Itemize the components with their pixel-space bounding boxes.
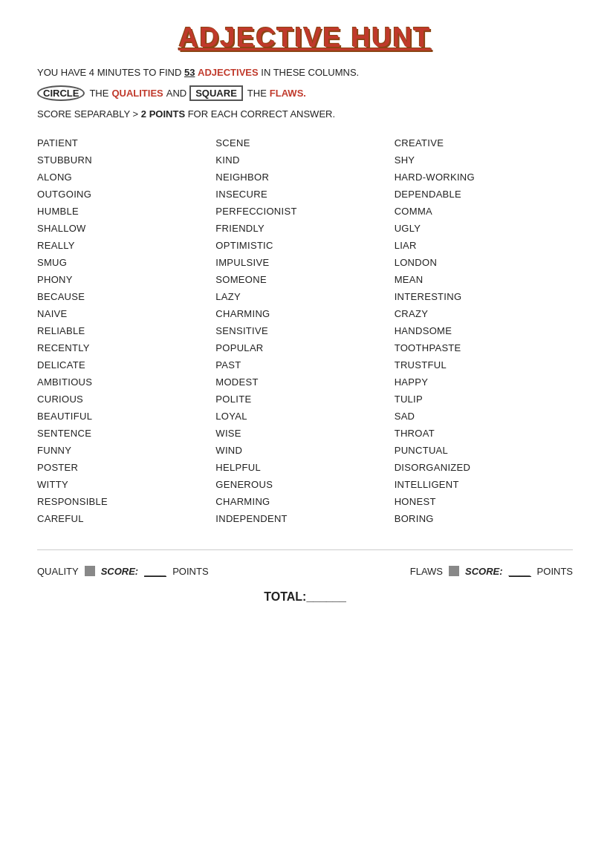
word-cell: BECAUSE: [37, 288, 215, 305]
flaws-score: FLAWS SCORE: ____ POINTS: [410, 565, 573, 577]
word-cell: CHARMING: [215, 493, 394, 510]
word-cell: CREATIVE: [395, 134, 573, 151]
word-cell: INTELLIGENT: [395, 476, 573, 493]
word-cell: SMUG: [37, 254, 215, 271]
flaws-label: FLAWS.: [270, 88, 306, 99]
word-cell: OPTIMISTIC: [215, 237, 394, 254]
and-text: AND: [166, 88, 186, 99]
word-cell: SCENE: [215, 134, 394, 151]
word-cell: FRIENDLY: [215, 220, 394, 237]
score-label-flaws: SCORE:: [465, 566, 503, 577]
word-cell: HELPFUL: [215, 459, 394, 476]
word-cell: PHONY: [37, 271, 215, 288]
circle-text: THE: [89, 88, 108, 99]
score-instruction: SCORE SEPARABLY > 2 POINTS FOR EACH CORR…: [37, 108, 573, 120]
circle-label: CIRCLE: [37, 85, 85, 101]
word-cell: RESPONSIBLE: [37, 493, 215, 510]
adjectives-label: ADJECTIVES: [198, 67, 259, 78]
word-cell: RELIABLE: [37, 322, 215, 339]
word-cell: CURIOUS: [37, 391, 215, 408]
word-cell: SHY: [395, 151, 573, 169]
word-grid: PATIENTSCENECREATIVESTUBBURNKINDSHYALONG…: [37, 134, 573, 527]
word-cell: REALLY: [37, 237, 215, 254]
word-cell: KIND: [215, 151, 394, 169]
word-cell: NAIVE: [37, 305, 215, 322]
word-cell: DELICATE: [37, 356, 215, 373]
word-cell: PAST: [215, 356, 394, 373]
word-cell: SENTENCE: [37, 425, 215, 442]
qualities-label: QUALITIES: [111, 88, 163, 99]
word-cell: POSTER: [37, 459, 215, 476]
page-title: ADJECTIVE HUNT: [37, 22, 573, 53]
word-cell: LONDON: [395, 254, 573, 271]
quality-points: POINTS: [172, 566, 208, 577]
word-cell: MEAN: [395, 271, 573, 288]
square-text: THE: [247, 88, 267, 99]
word-cell: GENEROUS: [215, 476, 394, 493]
word-cell: HAPPY: [395, 373, 573, 391]
quality-score: QUALITY SCORE: ____ POINTS: [37, 565, 209, 577]
word-cell: BEAUTIFUL: [37, 408, 215, 425]
word-cell: WISE: [215, 425, 394, 442]
quality-label: QUALITY: [37, 566, 79, 577]
word-cell: UGLY: [395, 220, 573, 237]
flaws-blank[interactable]: ____: [509, 565, 531, 577]
word-cell: FUNNY: [37, 442, 215, 459]
word-cell: NEIGHBOR: [215, 169, 394, 186]
word-cell: ALONG: [37, 169, 215, 186]
word-cell: CRAZY: [395, 305, 573, 322]
quality-score-icon: [85, 566, 95, 576]
word-cell: WITTY: [37, 476, 215, 493]
word-cell: BORING: [395, 510, 573, 527]
word-cell: TRUSTFUL: [395, 356, 573, 373]
word-cell: COMMA: [395, 203, 573, 220]
word-cell: PERFECCIONIST: [215, 203, 394, 220]
word-cell: HANDSOME: [395, 322, 573, 339]
word-cell: POPULAR: [215, 339, 394, 356]
word-cell: CAREFUL: [37, 510, 215, 527]
word-cell: INDEPENDENT: [215, 510, 394, 527]
word-cell: WIND: [215, 442, 394, 459]
word-cell: PATIENT: [37, 134, 215, 151]
word-cell: RECENTLY: [37, 339, 215, 356]
word-cell: DEPENDABLE: [395, 186, 573, 203]
word-cell: SHALLOW: [37, 220, 215, 237]
flaws-label-footer: FLAWS: [410, 566, 443, 577]
points-label: 2 POINTS: [141, 108, 185, 120]
word-cell: STUBBURN: [37, 151, 215, 169]
square-label: SQUARE: [189, 85, 243, 101]
score-footer: QUALITY SCORE: ____ POINTS FLAWS SCORE: …: [37, 565, 573, 577]
score-label-quality: SCORE:: [101, 566, 139, 577]
word-cell: CHARMING: [215, 305, 394, 322]
flaws-points: POINTS: [537, 566, 573, 577]
word-cell: PUNCTUAL: [395, 442, 573, 459]
word-cell: SOMEONE: [215, 271, 394, 288]
word-cell: OUTGOING: [37, 186, 215, 203]
word-cell: HUMBLE: [37, 203, 215, 220]
word-cell: MODEST: [215, 373, 394, 391]
word-cell: IMPULSIVE: [215, 254, 394, 271]
word-cell: INTERESTING: [395, 288, 573, 305]
word-cell: LAZY: [215, 288, 394, 305]
adjective-count: 53: [184, 67, 195, 78]
word-cell: POLITE: [215, 391, 394, 408]
flaws-score-icon: [449, 566, 459, 576]
quality-blank[interactable]: ____: [144, 565, 166, 577]
word-cell: HARD-WORKING: [395, 169, 573, 186]
word-cell: TULIP: [395, 391, 573, 408]
word-cell: SENSITIVE: [215, 322, 394, 339]
word-cell: DISORGANIZED: [395, 459, 573, 476]
word-cell: TOOTHPASTE: [395, 339, 573, 356]
total-line: TOTAL:______: [37, 590, 573, 604]
divider: [37, 549, 573, 550]
circle-square-instruction: CIRCLE THE QUALITIES AND SQUARE THE FLAW…: [37, 85, 573, 101]
word-cell: SAD: [395, 408, 573, 425]
word-cell: AMBITIOUS: [37, 373, 215, 391]
instruction-1: YOU HAVE 4 MINUTES TO FIND 53 ADJECTIVES…: [37, 67, 573, 78]
word-cell: LIAR: [395, 237, 573, 254]
word-cell: LOYAL: [215, 408, 394, 425]
word-cell: THROAT: [395, 425, 573, 442]
word-cell: INSECURE: [215, 186, 394, 203]
word-cell: HONEST: [395, 493, 573, 510]
